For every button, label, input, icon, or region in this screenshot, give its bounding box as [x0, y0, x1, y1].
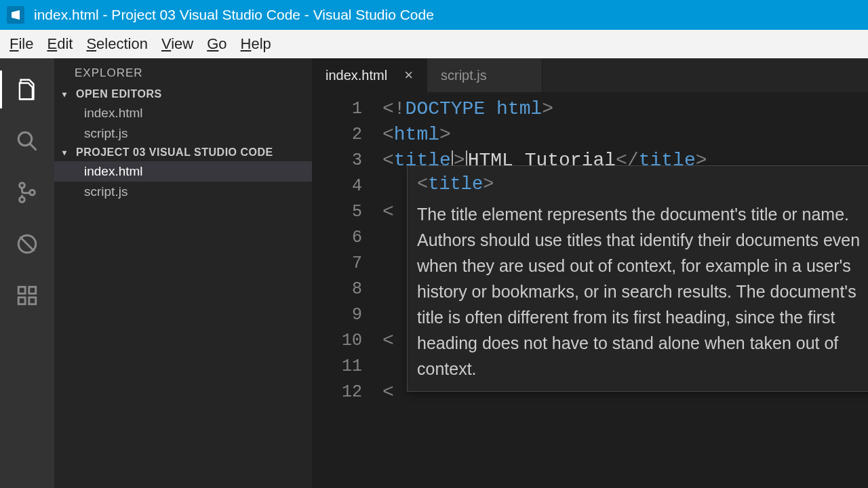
- line-gutter: 123456789101112: [312, 92, 377, 405]
- menu-help[interactable]: Help: [234, 33, 278, 56]
- svg-point-4: [20, 197, 25, 203]
- svg-line-7: [20, 237, 35, 251]
- svg-line-2: [31, 144, 37, 150]
- svg-point-1: [18, 132, 32, 146]
- explorer-header: EXPLORER: [54, 58, 312, 85]
- window-titlebar: index.html - Project 03 Visual Studio Co…: [0, 0, 868, 30]
- activity-bar: [0, 58, 54, 488]
- hover-body: The title element represents the documen…: [417, 201, 865, 382]
- scm-icon[interactable]: [0, 167, 54, 218]
- extensions-icon[interactable]: [0, 270, 54, 321]
- menu-selection[interactable]: Selection: [79, 33, 155, 56]
- open-editors-label: OPEN EDITORS: [76, 88, 162, 100]
- hover-signature: <title>: [417, 171, 865, 197]
- tab-label: index.html: [326, 68, 387, 83]
- search-icon[interactable]: [0, 115, 54, 167]
- open-editor-item[interactable]: script.js: [54, 123, 312, 144]
- svg-point-3: [20, 183, 25, 188]
- explorer-sidebar: EXPLORER ▾ OPEN EDITORS index.html scrip…: [54, 58, 312, 488]
- menu-view[interactable]: View: [155, 33, 200, 56]
- menu-file[interactable]: File: [3, 33, 40, 56]
- tab-script-js[interactable]: script.js: [427, 58, 542, 92]
- svg-rect-8: [18, 287, 25, 293]
- file-item[interactable]: script.js: [54, 182, 312, 202]
- vscode-app-icon: [7, 6, 24, 24]
- tab-label: script.js: [441, 68, 487, 83]
- svg-point-5: [30, 190, 35, 195]
- open-editor-item[interactable]: index.html: [54, 103, 312, 123]
- editor-tabs: index.html × script.js: [312, 58, 868, 92]
- hover-tooltip: <title> The title element represents the…: [407, 165, 868, 392]
- debug-icon[interactable]: [0, 218, 54, 270]
- svg-rect-11: [29, 287, 36, 293]
- explorer-icon[interactable]: [0, 64, 54, 115]
- open-editors-section[interactable]: ▾ OPEN EDITORS: [54, 85, 312, 103]
- file-item[interactable]: index.html: [54, 161, 312, 182]
- window-title: index.html - Project 03 Visual Studio Co…: [34, 7, 434, 23]
- menu-edit[interactable]: Edit: [40, 33, 79, 56]
- menu-go[interactable]: Go: [200, 33, 233, 56]
- svg-rect-9: [18, 298, 25, 304]
- chevron-down-icon: ▾: [62, 148, 73, 157]
- project-section[interactable]: ▾ PROJECT 03 VISUAL STUDIO CODE: [54, 144, 312, 161]
- svg-marker-0: [12, 10, 20, 20]
- chevron-down-icon: ▾: [62, 89, 73, 99]
- svg-rect-10: [29, 298, 36, 304]
- menubar: File Edit Selection View Go Help: [0, 30, 868, 58]
- close-icon[interactable]: ×: [404, 66, 413, 84]
- project-label: PROJECT 03 VISUAL STUDIO CODE: [76, 146, 273, 159]
- tab-index-html[interactable]: index.html ×: [312, 58, 427, 92]
